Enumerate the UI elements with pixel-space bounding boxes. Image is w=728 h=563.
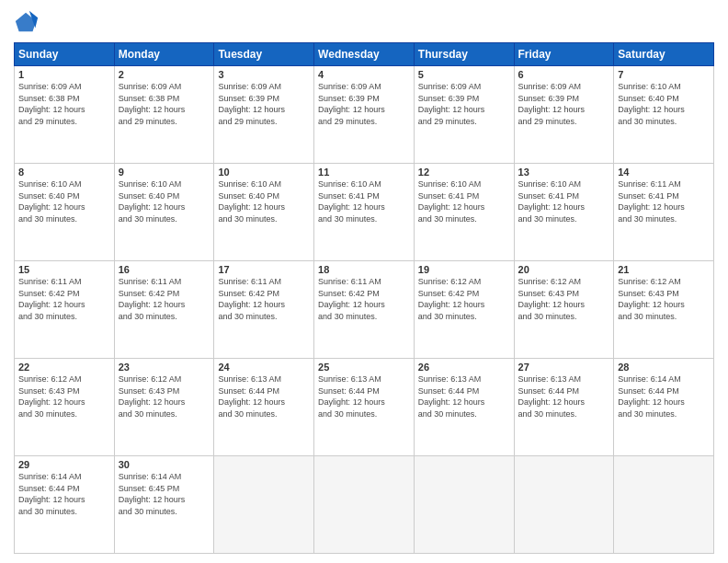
- calendar-week-row: 1 Sunrise: 6:09 AMSunset: 6:38 PMDayligh…: [15, 66, 714, 164]
- calendar-cell: 24 Sunrise: 6:13 AMSunset: 6:44 PMDaylig…: [214, 359, 314, 456]
- day-info: Sunrise: 6:10 AMSunset: 6:40 PMDaylight:…: [218, 179, 285, 224]
- day-info: Sunrise: 6:11 AMSunset: 6:42 PMDaylight:…: [18, 277, 85, 321]
- calendar-cell: 25 Sunrise: 6:13 AMSunset: 6:44 PMDaylig…: [314, 359, 415, 456]
- day-number: 30: [119, 459, 210, 470]
- day-info: Sunrise: 6:11 AMSunset: 6:42 PMDaylight:…: [318, 277, 385, 321]
- logo-icon: [14, 9, 40, 35]
- calendar-cell: [314, 456, 415, 554]
- calendar-cell: 8 Sunrise: 6:10 AMSunset: 6:40 PMDayligh…: [15, 164, 115, 261]
- day-info: Sunrise: 6:13 AMSunset: 6:44 PMDaylight:…: [518, 374, 586, 419]
- day-number: 25: [318, 362, 410, 373]
- day-number: 20: [518, 264, 610, 275]
- day-number: 11: [318, 167, 410, 178]
- day-info: Sunrise: 6:10 AMSunset: 6:41 PMDaylight:…: [418, 179, 485, 224]
- day-info: Sunrise: 6:11 AMSunset: 6:41 PMDaylight:…: [618, 179, 685, 224]
- calendar-header-tuesday: Tuesday: [214, 43, 314, 66]
- calendar-cell: 6 Sunrise: 6:09 AMSunset: 6:39 PMDayligh…: [514, 66, 614, 164]
- day-info: Sunrise: 6:14 AMSunset: 6:44 PMDaylight:…: [18, 472, 85, 516]
- calendar-cell: 13 Sunrise: 6:10 AMSunset: 6:41 PMDaylig…: [514, 164, 614, 261]
- calendar-cell: 20 Sunrise: 6:12 AMSunset: 6:43 PMDaylig…: [514, 261, 614, 359]
- day-number: 17: [218, 264, 310, 275]
- day-info: Sunrise: 6:09 AMSunset: 6:39 PMDaylight:…: [318, 82, 385, 126]
- day-number: 4: [318, 69, 410, 80]
- day-number: 24: [218, 362, 310, 373]
- day-number: 16: [119, 264, 210, 275]
- day-info: Sunrise: 6:13 AMSunset: 6:44 PMDaylight:…: [218, 374, 285, 419]
- calendar-cell: 17 Sunrise: 6:11 AMSunset: 6:42 PMDaylig…: [214, 261, 314, 359]
- day-info: Sunrise: 6:12 AMSunset: 6:43 PMDaylight:…: [119, 374, 186, 419]
- calendar-cell: 23 Sunrise: 6:12 AMSunset: 6:43 PMDaylig…: [114, 359, 214, 456]
- calendar-cell: 3 Sunrise: 6:09 AMSunset: 6:39 PMDayligh…: [214, 66, 314, 164]
- calendar-cell: 28 Sunrise: 6:14 AMSunset: 6:44 PMDaylig…: [614, 359, 714, 456]
- day-info: Sunrise: 6:09 AMSunset: 6:38 PMDaylight:…: [119, 82, 186, 126]
- calendar-cell: [214, 456, 314, 554]
- day-info: Sunrise: 6:11 AMSunset: 6:42 PMDaylight:…: [218, 277, 285, 321]
- calendar-table: SundayMondayTuesdayWednesdayThursdayFrid…: [14, 42, 714, 554]
- calendar-cell: 16 Sunrise: 6:11 AMSunset: 6:42 PMDaylig…: [114, 261, 214, 359]
- calendar-cell: 26 Sunrise: 6:13 AMSunset: 6:44 PMDaylig…: [414, 359, 514, 456]
- calendar-cell: 19 Sunrise: 6:12 AMSunset: 6:42 PMDaylig…: [414, 261, 514, 359]
- day-number: 23: [119, 362, 210, 373]
- day-number: 2: [119, 69, 210, 80]
- calendar-header-friday: Friday: [514, 43, 614, 66]
- day-number: 3: [218, 69, 310, 80]
- day-info: Sunrise: 6:12 AMSunset: 6:43 PMDaylight:…: [18, 374, 85, 419]
- day-number: 8: [18, 167, 110, 178]
- calendar-header-monday: Monday: [114, 43, 214, 66]
- day-number: 5: [418, 69, 510, 80]
- calendar-cell: 1 Sunrise: 6:09 AMSunset: 6:38 PMDayligh…: [15, 66, 115, 164]
- day-number: 15: [18, 264, 110, 275]
- day-number: 28: [618, 362, 710, 373]
- day-info: Sunrise: 6:10 AMSunset: 6:40 PMDaylight:…: [119, 179, 186, 224]
- day-info: Sunrise: 6:10 AMSunset: 6:41 PMDaylight:…: [518, 179, 586, 224]
- day-number: 29: [18, 459, 110, 470]
- calendar-cell: 14 Sunrise: 6:11 AMSunset: 6:41 PMDaylig…: [614, 164, 714, 261]
- calendar-cell: 15 Sunrise: 6:11 AMSunset: 6:42 PMDaylig…: [15, 261, 115, 359]
- calendar-cell: 21 Sunrise: 6:12 AMSunset: 6:43 PMDaylig…: [614, 261, 714, 359]
- day-info: Sunrise: 6:14 AMSunset: 6:45 PMDaylight:…: [119, 472, 186, 516]
- calendar-cell: 18 Sunrise: 6:11 AMSunset: 6:42 PMDaylig…: [314, 261, 415, 359]
- day-number: 27: [518, 362, 610, 373]
- day-info: Sunrise: 6:10 AMSunset: 6:41 PMDaylight:…: [318, 179, 385, 224]
- day-number: 13: [518, 167, 610, 178]
- day-number: 7: [618, 69, 710, 80]
- day-number: 9: [119, 167, 210, 178]
- day-number: 22: [18, 362, 110, 373]
- day-number: 21: [618, 264, 710, 275]
- day-number: 19: [418, 264, 510, 275]
- day-number: 12: [418, 167, 510, 178]
- day-info: Sunrise: 6:09 AMSunset: 6:39 PMDaylight:…: [518, 82, 586, 126]
- header: [14, 9, 714, 35]
- day-number: 26: [418, 362, 510, 373]
- day-info: Sunrise: 6:12 AMSunset: 6:43 PMDaylight:…: [518, 277, 586, 321]
- calendar-cell: 5 Sunrise: 6:09 AMSunset: 6:39 PMDayligh…: [414, 66, 514, 164]
- day-info: Sunrise: 6:12 AMSunset: 6:43 PMDaylight:…: [618, 277, 685, 321]
- calendar-header-sunday: Sunday: [15, 43, 115, 66]
- calendar-week-row: 29 Sunrise: 6:14 AMSunset: 6:44 PMDaylig…: [15, 456, 714, 554]
- calendar-week-row: 15 Sunrise: 6:11 AMSunset: 6:42 PMDaylig…: [15, 261, 714, 359]
- day-info: Sunrise: 6:09 AMSunset: 6:39 PMDaylight:…: [218, 82, 285, 126]
- day-info: Sunrise: 6:13 AMSunset: 6:44 PMDaylight:…: [318, 374, 385, 419]
- day-info: Sunrise: 6:12 AMSunset: 6:42 PMDaylight:…: [418, 277, 485, 321]
- calendar-week-row: 8 Sunrise: 6:10 AMSunset: 6:40 PMDayligh…: [15, 164, 714, 261]
- calendar-cell: [514, 456, 614, 554]
- calendar-cell: 29 Sunrise: 6:14 AMSunset: 6:44 PMDaylig…: [15, 456, 115, 554]
- day-info: Sunrise: 6:14 AMSunset: 6:44 PMDaylight:…: [618, 374, 685, 419]
- calendar-cell: 4 Sunrise: 6:09 AMSunset: 6:39 PMDayligh…: [314, 66, 415, 164]
- page: SundayMondayTuesdayWednesdayThursdayFrid…: [0, 0, 728, 563]
- calendar-header-saturday: Saturday: [614, 43, 714, 66]
- day-info: Sunrise: 6:09 AMSunset: 6:39 PMDaylight:…: [418, 82, 485, 126]
- calendar-header-wednesday: Wednesday: [314, 43, 415, 66]
- day-number: 6: [518, 69, 610, 80]
- calendar-cell: 11 Sunrise: 6:10 AMSunset: 6:41 PMDaylig…: [314, 164, 415, 261]
- day-number: 14: [618, 167, 710, 178]
- day-number: 18: [318, 264, 410, 275]
- calendar-cell: 30 Sunrise: 6:14 AMSunset: 6:45 PMDaylig…: [114, 456, 214, 554]
- day-number: 1: [18, 69, 110, 80]
- calendar-cell: 27 Sunrise: 6:13 AMSunset: 6:44 PMDaylig…: [514, 359, 614, 456]
- calendar-body: 1 Sunrise: 6:09 AMSunset: 6:38 PMDayligh…: [15, 66, 714, 554]
- day-info: Sunrise: 6:09 AMSunset: 6:38 PMDaylight:…: [18, 82, 85, 126]
- calendar-cell: 12 Sunrise: 6:10 AMSunset: 6:41 PMDaylig…: [414, 164, 514, 261]
- calendar-cell: 2 Sunrise: 6:09 AMSunset: 6:38 PMDayligh…: [114, 66, 214, 164]
- day-info: Sunrise: 6:10 AMSunset: 6:40 PMDaylight:…: [618, 82, 685, 126]
